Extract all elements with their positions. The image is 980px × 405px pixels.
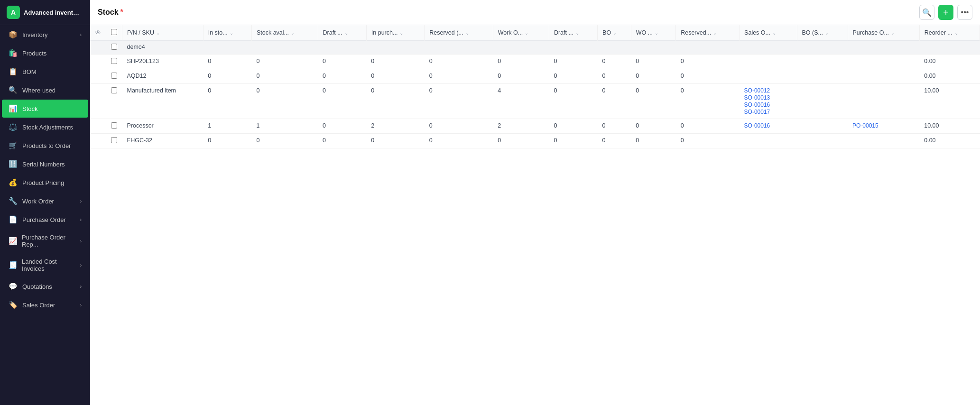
sidebar-item-quotations[interactable]: 💬 Quotations › bbox=[2, 277, 88, 295]
stock-table: 👁 P/N / SKU⌄ In sto...⌄ Stock avai...⌄ D… bbox=[90, 25, 980, 148]
col-header-bo[interactable]: BO⌄ bbox=[598, 25, 631, 41]
col-header-reserved[interactable]: Reserved (...⌄ bbox=[425, 25, 493, 41]
sidebar-nav: 📦 Inventory › 🛍️ Products 📋 BOM 🔍 Where … bbox=[0, 25, 90, 314]
col-header-work-o[interactable]: Work O...⌄ bbox=[493, 25, 549, 41]
sidebar-item-where-used[interactable]: 🔍 Where used bbox=[2, 81, 88, 99]
row-wo: 0 bbox=[631, 69, 676, 84]
row-in-purch: 2 bbox=[366, 119, 424, 134]
sidebar-item-stock[interactable]: 📊 Stock bbox=[2, 100, 88, 118]
purchase-order-rep-icon: 📈 bbox=[9, 237, 17, 245]
sidebar-logo[interactable]: A Advanced invento... bbox=[0, 0, 90, 25]
group-checkbox[interactable] bbox=[106, 41, 122, 55]
row-work-o: 2 bbox=[493, 119, 549, 134]
sidebar-item-landed-cost-invoices[interactable]: 🧾 Landed Cost Invoices › bbox=[2, 253, 88, 277]
row-select-checkbox[interactable] bbox=[111, 73, 117, 79]
row-eye bbox=[90, 55, 106, 69]
row-pn-sku: SHP20L123 bbox=[122, 55, 203, 69]
col-header-pn-sku[interactable]: P/N / SKU⌄ bbox=[122, 25, 203, 41]
add-button[interactable]: + bbox=[938, 5, 953, 20]
row-wo: 0 bbox=[631, 84, 676, 119]
sidebar-item-bom[interactable]: 📋 BOM bbox=[2, 63, 88, 81]
sales-order-icon: 🏷️ bbox=[9, 301, 18, 309]
row-checkbox[interactable] bbox=[106, 84, 122, 119]
row-stock-avail: 0 bbox=[251, 84, 318, 119]
col-header-sales-o[interactable]: Sales O...⌄ bbox=[740, 25, 797, 41]
sales-order-link[interactable]: SO-00016 bbox=[744, 122, 792, 129]
more-options-button[interactable]: ••• bbox=[957, 5, 972, 20]
col-header-reserved2[interactable]: Reserved...⌄ bbox=[676, 25, 740, 41]
work-order-icon: 🔧 bbox=[9, 197, 18, 205]
sales-order-link[interactable]: SO-00012 bbox=[744, 87, 792, 94]
sidebar-label-serial-numbers: Serial Numbers bbox=[22, 161, 65, 168]
search-button[interactable]: 🔍 bbox=[919, 5, 934, 20]
row-bo-s bbox=[797, 84, 848, 119]
sales-order-link[interactable]: SO-00013 bbox=[744, 94, 792, 101]
sidebar-item-purchase-order[interactable]: 📄 Purchase Order › bbox=[2, 211, 88, 229]
sidebar-item-stock-adjustments[interactable]: ⚖️ Stock Adjustments bbox=[2, 118, 88, 136]
page-title: Stock * bbox=[98, 8, 123, 17]
row-draft: 0 bbox=[318, 119, 366, 134]
purchase-order-icon: 📄 bbox=[9, 215, 18, 224]
row-bo-s bbox=[797, 119, 848, 134]
row-select-checkbox[interactable] bbox=[111, 122, 117, 129]
row-sales-o bbox=[740, 55, 797, 69]
row-eye bbox=[90, 119, 106, 134]
row-bo-s bbox=[797, 69, 848, 84]
col-checkbox bbox=[106, 25, 122, 41]
row-select-checkbox[interactable] bbox=[111, 58, 117, 64]
sidebar-item-inventory[interactable]: 📦 Inventory › bbox=[2, 26, 88, 44]
sidebar-label-purchase-order-rep: Purchase Order Rep... bbox=[22, 234, 75, 248]
col-header-purchase-o[interactable]: Purchase O...⌄ bbox=[848, 25, 919, 41]
row-sales-o: SO-00016 bbox=[740, 119, 797, 134]
col-header-wo[interactable]: WO ...⌄ bbox=[631, 25, 676, 41]
row-in-stock: 0 bbox=[203, 69, 251, 84]
sidebar-item-sales-order[interactable]: 🏷️ Sales Order › bbox=[2, 296, 88, 314]
table-row: FHGC-32 0 0 0 0 0 0 0 0 0 0 0.00 bbox=[90, 134, 980, 148]
col-header-bo-s[interactable]: BO (S...⌄ bbox=[797, 25, 848, 41]
sidebar-item-products[interactable]: 🛍️ Products bbox=[2, 44, 88, 62]
col-header-draft2[interactable]: Draft ...⌄ bbox=[549, 25, 597, 41]
col-header-in-purch[interactable]: In purch...⌄ bbox=[366, 25, 424, 41]
sidebar: A Advanced invento... 📦 Inventory › 🛍️ P… bbox=[0, 0, 90, 405]
row-bo: 0 bbox=[598, 55, 631, 69]
sidebar-item-purchase-order-rep[interactable]: 📈 Purchase Order Rep... › bbox=[2, 229, 88, 253]
row-purchase-o bbox=[848, 55, 919, 69]
landed-cost-invoices-icon: 🧾 bbox=[9, 261, 17, 269]
col-header-reorder[interactable]: Reorder ...⌄ bbox=[919, 25, 980, 41]
row-checkbox[interactable] bbox=[106, 69, 122, 84]
row-bo-s bbox=[797, 134, 848, 148]
col-header-draft[interactable]: Draft ...⌄ bbox=[318, 25, 366, 41]
sidebar-item-product-pricing[interactable]: 💰 Product Pricing bbox=[2, 174, 88, 192]
col-header-in-stock[interactable]: In sto...⌄ bbox=[203, 25, 251, 41]
required-marker: * bbox=[120, 8, 123, 17]
sidebar-item-serial-numbers[interactable]: 🔢 Serial Numbers bbox=[2, 155, 88, 173]
row-purchase-o bbox=[848, 134, 919, 148]
sidebar-label-products-to-order: Products to Order bbox=[22, 142, 71, 149]
app-logo-icon: A bbox=[7, 6, 20, 19]
row-checkbox[interactable] bbox=[106, 55, 122, 69]
row-select-checkbox[interactable] bbox=[111, 87, 117, 93]
row-checkbox[interactable] bbox=[106, 119, 122, 134]
row-checkbox[interactable] bbox=[106, 134, 122, 148]
row-draft: 0 bbox=[318, 134, 366, 148]
row-draft2: 0 bbox=[549, 119, 597, 134]
table-row: Processor 1 1 0 2 0 2 0 0 0 0 SO-00016 P… bbox=[90, 119, 980, 134]
row-purchase-o bbox=[848, 84, 919, 119]
sidebar-item-work-order[interactable]: 🔧 Work Order › bbox=[2, 192, 88, 210]
row-reserved: 0 bbox=[425, 134, 493, 148]
sales-order-link[interactable]: SO-00016 bbox=[744, 101, 792, 108]
row-work-o: 4 bbox=[493, 84, 549, 119]
group-row: demo4 bbox=[90, 41, 980, 55]
row-select-checkbox[interactable] bbox=[111, 137, 117, 143]
col-header-stock-avail[interactable]: Stock avai...⌄ bbox=[251, 25, 318, 41]
table-row: Manufactured item 0 0 0 0 0 4 0 0 0 0 SO… bbox=[90, 84, 980, 119]
table-body: demo4 SHP20L123 0 0 0 0 0 0 0 0 0 0 0.00… bbox=[90, 41, 980, 148]
sidebar-item-products-to-order[interactable]: 🛒 Products to Order bbox=[2, 137, 88, 155]
group-select-checkbox[interactable] bbox=[111, 44, 117, 50]
row-reorder: 10.00 bbox=[919, 119, 980, 134]
page-header: Stock * 🔍 + ••• bbox=[90, 0, 980, 25]
row-pn-sku: Manufactured item bbox=[122, 84, 203, 119]
select-all-checkbox[interactable] bbox=[111, 29, 117, 35]
sales-order-link[interactable]: SO-00017 bbox=[744, 109, 792, 115]
purchase-order-link[interactable]: PO-00015 bbox=[852, 122, 878, 129]
